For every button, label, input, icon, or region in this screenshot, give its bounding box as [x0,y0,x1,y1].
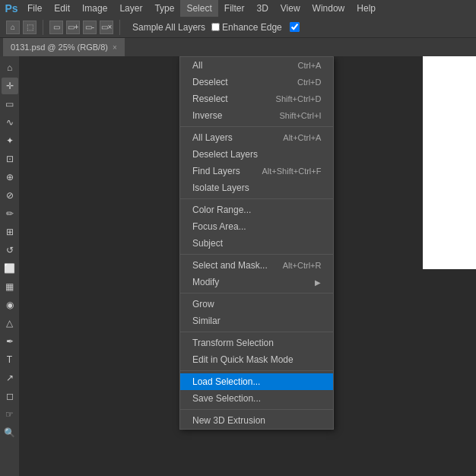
menu-item-deselect-layers[interactable]: Deselect Layers [180,146,333,163]
menu-item-select-and-mask[interactable]: Select and Mask... Alt+Ctrl+R [180,257,333,274]
menu-item-all-layers-label: All Layers [192,132,233,143]
separator-1 [180,126,333,127]
menu-item-new-3d-extrusion-label: New 3D Extrusion [192,415,265,426]
tool-dodge[interactable]: △ [2,315,18,332]
enhance-edge-label: Enhance Edge [222,22,282,33]
menu-item-edit-quick-mask[interactable]: Edit in Quick Mask Mode [180,351,333,368]
menu-layer[interactable]: Layer [113,0,148,17]
tool-blur[interactable]: ◉ [2,297,18,313]
menu-view[interactable]: View [274,0,306,17]
sub-sel-icon[interactable]: ▭- [83,21,97,34]
menu-item-reselect[interactable]: Reselect Shift+Ctrl+D [180,90,333,107]
tool-brush[interactable]: ✏ [2,205,18,222]
separator-4 [180,293,333,294]
tool-path-select[interactable]: ↗ [2,370,18,386]
tool-magic-wand[interactable]: ✦ [2,132,18,149]
tool-home[interactable]: ⌂ [2,59,18,76]
menu-item-grow[interactable]: Grow [180,296,333,313]
menu-item-all-layers-shortcut: Alt+Ctrl+A [283,133,321,142]
sample-label: Sample All Layers [132,22,205,33]
menu-item-similar-label: Similar [192,316,221,326]
tool-history[interactable]: ↺ [2,242,18,259]
tool-type[interactable]: T [2,351,18,368]
main-layout: ⌂ ✛ ▭ ∿ ✦ ⊡ ⊕ ⊘ ✏ ⊞ ↺ ⬜ ▦ ◉ △ ✒ T ↗ ◻ ☞ … [0,56,476,476]
menu-item-inverse-shortcut: Shift+Ctrl+I [279,111,321,120]
active-tab[interactable]: 0131.psd @ 25% (RGB/8) × [3,38,125,56]
int-sel-icon[interactable]: ▭× [100,21,113,34]
menu-item-subject[interactable]: Subject [180,235,333,252]
menu-item-load-selection-label: Load Selection... [192,376,260,387]
tool-marquee[interactable]: ▭ [2,96,18,113]
menu-item-modify-label: Modify [192,277,219,287]
menu-item-transform-selection[interactable]: Transform Selection [180,335,333,351]
menu-help[interactable]: Help [351,0,382,17]
menu-item-isolate-layers-label: Isolate Layers [192,182,249,193]
menu-item-grow-label: Grow [192,299,214,309]
tool-lasso[interactable]: ∿ [2,114,18,131]
separator-7 [180,409,333,410]
left-toolbar: ⌂ ✛ ▭ ∿ ✦ ⊡ ⊕ ⊘ ✏ ⊞ ↺ ⬜ ▦ ◉ △ ✒ T ↗ ◻ ☞ … [0,56,20,476]
modify-arrow-icon: ▶ [315,278,321,287]
options-bar: ⌂ ⬚ ▭ ▭+ ▭- ▭× Sample All Layers Enhance… [0,17,476,38]
tool-crop[interactable]: ⊡ [2,151,18,167]
tool-eraser[interactable]: ⬜ [2,260,18,277]
menu-item-similar[interactable]: Similar [180,313,333,329]
enhance-edge-checkbox-item[interactable]: Enhance Edge [211,22,282,33]
menu-image[interactable]: Image [76,0,113,17]
tool-hand[interactable]: ☞ [2,406,18,423]
menu-item-color-range[interactable]: Color Range... [180,202,333,218]
separator-1 [43,20,43,35]
tool-zoom[interactable]: 🔍 [2,424,18,441]
menu-3d[interactable]: 3D [250,0,274,17]
extra-checkbox[interactable] [290,22,300,32]
add-sel-icon[interactable]: ▭+ [66,21,80,34]
menu-window[interactable]: Window [306,0,351,17]
menu-item-all-label: All [192,60,202,71]
menu-item-deselect-label: Deselect [192,77,228,87]
separator-2 [119,20,120,35]
tool-move[interactable]: ✛ [2,78,18,94]
tool-pen[interactable]: ✒ [2,333,18,350]
menu-item-inverse[interactable]: Inverse Shift+Ctrl+I [180,107,333,124]
tab-close-icon[interactable]: × [113,43,117,52]
menu-item-inverse-label: Inverse [192,110,222,121]
separator-5 [180,332,333,332]
tool-gradient[interactable]: ▦ [2,278,18,295]
menu-item-deselect-shortcut: Ctrl+D [297,78,321,87]
home-tool-icon[interactable]: ⌂ [6,21,20,34]
tab-label: 0131.psd @ 25% (RGB/8) [11,43,108,52]
menu-item-save-selection[interactable]: Save Selection... [180,390,333,407]
menu-item-subject-label: Subject [192,238,223,249]
tool-stamp[interactable]: ⊞ [2,224,18,240]
menu-item-modify[interactable]: Modify ▶ [180,274,333,290]
menu-item-new-3d-extrusion[interactable]: New 3D Extrusion [180,412,333,429]
menu-item-focus-area-label: Focus Area... [192,221,246,232]
menu-item-reselect-label: Reselect [192,94,228,104]
menu-item-save-selection-label: Save Selection... [192,393,261,404]
menu-item-deselect[interactable]: Deselect Ctrl+D [180,74,333,90]
menu-edit[interactable]: Edit [48,0,76,17]
tab-bar: 0131.psd @ 25% (RGB/8) × [0,38,476,56]
menu-item-isolate-layers[interactable]: Isolate Layers [180,179,333,196]
new-sel-icon[interactable]: ▭ [49,21,63,34]
menu-item-deselect-layers-label: Deselect Layers [192,149,258,160]
menu-file[interactable]: File [21,0,48,17]
menu-select[interactable]: Select [180,0,217,17]
menu-item-select-and-mask-label: Select and Mask... [192,260,268,271]
tool-healing[interactable]: ⊘ [2,187,18,204]
tool-eyedropper[interactable]: ⊕ [2,169,18,186]
menu-item-focus-area[interactable]: Focus Area... [180,218,333,235]
menu-item-color-range-label: Color Range... [192,205,251,215]
menu-filter[interactable]: Filter [218,0,251,17]
menu-item-all[interactable]: All Ctrl+A [180,57,333,74]
menu-type[interactable]: Type [148,0,180,17]
tool-shape[interactable]: ◻ [2,388,18,405]
menu-item-all-layers[interactable]: All Layers Alt+Ctrl+A [180,129,333,146]
separator-2 [180,198,333,199]
menu-item-all-shortcut: Ctrl+A [298,61,322,70]
selection-tool-icon[interactable]: ⬚ [23,21,36,34]
separator-6 [180,370,333,371]
enhance-edge-checkbox[interactable] [211,23,220,31]
menu-item-load-selection[interactable]: Load Selection... [180,373,333,390]
menu-item-find-layers[interactable]: Find Layers Alt+Shift+Ctrl+F [180,163,333,179]
